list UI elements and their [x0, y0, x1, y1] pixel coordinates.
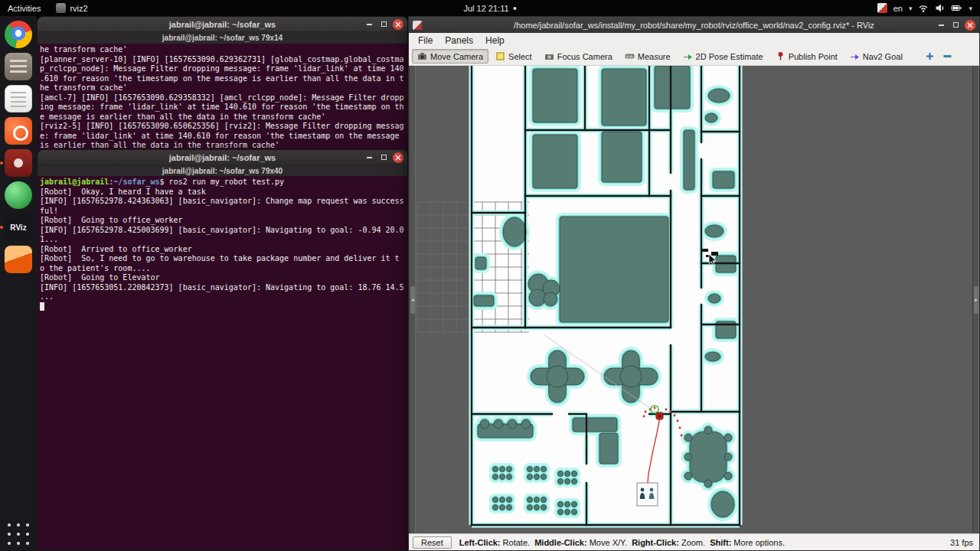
battery-icon [951, 3, 962, 13]
dock-item-text-editor[interactable] [5, 85, 32, 112]
rviz-window-title: /home/jabrail/sofar_ws/install/my_robot/… [409, 21, 979, 30]
close-button[interactable] [393, 19, 403, 30]
terminal-titlebar[interactable]: jabrail@jabrail: ~/sofar_ws [38, 150, 407, 165]
fps-counter: 31 fps [950, 538, 979, 547]
close-icon [395, 21, 401, 28]
dock-item-chrome[interactable] [5, 21, 32, 48]
tool-select[interactable]: Select [490, 49, 537, 64]
prompt-path: ~/sofar_ws [113, 178, 159, 186]
select-icon [495, 51, 505, 61]
rviz-window: /home/jabrail/sofar_ws/install/my_robot/… [408, 16, 980, 551]
tool-measure[interactable]: Measure [619, 49, 676, 64]
close-button[interactable] [393, 152, 403, 163]
volume-icon [935, 3, 945, 13]
focused-app-label: rviz2 [70, 4, 87, 13]
close-button[interactable] [965, 20, 975, 31]
terminal-line: [Robot] Okay, I heard I have a task [40, 187, 407, 197]
dock-item-rviz[interactable]: RViz [5, 214, 32, 241]
terminal-line: [INFO] [1657653051.220842373] [basic_nav… [40, 283, 407, 293]
tool-label: Nav2 Goal [863, 52, 903, 61]
add-tool-button[interactable] [922, 49, 938, 64]
reset-button[interactable]: Reset [413, 536, 452, 549]
terminal-line: p_rclcpp_node]: Message Filter dropping … [40, 64, 407, 74]
terminal-line: [planner_server-10] [INFO] [1657653090.6… [40, 55, 407, 65]
terminal-line: e message is earlier than all the data i… [40, 112, 407, 122]
dock-item-ubuntu-software[interactable] [5, 117, 32, 145]
activities-button[interactable]: Activities [0, 0, 48, 16]
keyboard-layout-indicator[interactable]: en [893, 4, 903, 13]
rviz-main-area: ◂ ▸ [409, 66, 979, 533]
minimize-button[interactable] [364, 152, 374, 163]
person-sign [637, 483, 658, 506]
rviz-logo-text: RViz [10, 223, 26, 232]
terminal-line: ful! [40, 207, 407, 217]
terminal-cursor [40, 302, 44, 311]
tool-publish-point[interactable]: Publish Point [770, 49, 843, 64]
dock-item-media-player[interactable] [5, 149, 32, 177]
tool-label: 2D Pose Estimate [696, 52, 763, 61]
terminal-line: [Robot] Arrived to office_worker [40, 245, 407, 255]
focused-app-menu[interactable]: rviz2 [48, 0, 95, 16]
tool-focus-camera[interactable]: Focus Camera [539, 49, 618, 64]
maximize-button[interactable] [378, 152, 389, 163]
dock: RViz [0, 16, 37, 551]
dock-item-package-tool[interactable] [5, 246, 32, 273]
help-segment: More options. [731, 538, 785, 547]
maximize-icon [381, 21, 387, 27]
prompt-line: jabrail@jabrail:~/sofar_ws$ ros2 run my_… [40, 178, 407, 187]
minimize-button[interactable] [364, 19, 374, 30]
running-indicator [0, 161, 3, 165]
terminal-size-title: jabrail@jabrail: ~/sofar_ws 79x40 [38, 165, 407, 176]
maximize-button[interactable] [950, 20, 961, 31]
maximize-button[interactable] [378, 19, 389, 30]
rviz-statusbar: Reset Left-Click: Rotate. Middle-Click: … [409, 533, 979, 550]
rviz-titlebar[interactable]: /home/jabrail/sofar_ws/install/my_robot/… [409, 17, 979, 33]
tool-label: Publish Point [789, 52, 838, 61]
top-bar: Activities rviz2 Jul 12 21:11 en ▾ ▾ [0, 0, 980, 16]
terminal-window-front: jabrail@jabrail: ~/sofar_ws jabrail@jabr… [37, 149, 408, 551]
minimize-icon [939, 24, 944, 26]
terminal-line: [INFO] [1657652978.424363063] [basic_nav… [40, 197, 407, 207]
displays-panel-collapse-handle[interactable]: ◂ [409, 66, 416, 533]
help-segment: Right-Click: [632, 538, 679, 547]
show-applications-button[interactable] [5, 520, 32, 548]
system-menu[interactable]: en ▾ ▾ [877, 0, 980, 16]
statusbar-help-text: Left-Click: Rotate. Middle-Click: Move X… [459, 538, 785, 547]
remove-tool-button[interactable] [939, 49, 956, 64]
terminal-line: o the patient's room.... [40, 264, 407, 274]
views-panel-collapse-handle[interactable]: ▸ [972, 66, 979, 533]
nav2-goal-icon [850, 51, 860, 61]
dock-item-files[interactable] [5, 53, 32, 80]
collapse-left-arrow-icon[interactable]: ◂ [410, 286, 415, 314]
menu-help[interactable]: Help [479, 34, 511, 47]
tool-nav2-goal[interactable]: Nav2 Goal [844, 49, 908, 64]
chevron-down-icon: ▾ [909, 5, 913, 12]
clock-menu[interactable]: Jul 12 21:11 [463, 0, 516, 16]
help-segment: Zoom. [679, 538, 710, 547]
rviz-3d-viewport[interactable] [416, 66, 972, 533]
remove-tool-icon [942, 51, 952, 61]
terminal-line: [INFO] [1657652978.425003699] [basic_nav… [40, 226, 407, 236]
measure-icon [625, 51, 635, 61]
pose-estimate-icon [683, 51, 693, 61]
rviz-menubar: FilePanelsHelp [409, 33, 979, 47]
help-segment: Left-Click: [459, 538, 501, 547]
menu-file[interactable]: File [412, 34, 439, 47]
terminal-title: jabrail@jabrail: ~/sofar_ws [38, 20, 407, 29]
focused-app-icon [56, 3, 66, 13]
dock-item-green-tool[interactable] [5, 181, 32, 209]
close-icon [395, 155, 401, 161]
typed-command: ros2 run my_robot test.py [165, 178, 285, 186]
terminal-output[interactable]: jabrail@jabrail:~/sofar_ws$ ros2 run my_… [38, 176, 407, 550]
minimize-button[interactable] [936, 20, 946, 31]
terminal-line: he transform cache' [40, 45, 407, 55]
terminal-line: [rviz2-5] [INFO] [1657653090.650625356] … [40, 122, 407, 132]
terminal-line: [Robot] So, I need to go to warehouse to… [40, 254, 407, 264]
menu-panels[interactable]: Panels [439, 34, 479, 47]
dock-bottom [0, 520, 37, 548]
tool-2d-pose-estimate[interactable]: 2D Pose Estimate [678, 49, 769, 64]
tool-move-camera[interactable]: Move Camera [412, 49, 488, 64]
move-camera-icon [417, 51, 427, 61]
collapse-right-arrow-icon[interactable]: ▸ [974, 286, 978, 314]
terminal-titlebar[interactable]: jabrail@jabrail: ~/sofar_ws [38, 17, 407, 32]
